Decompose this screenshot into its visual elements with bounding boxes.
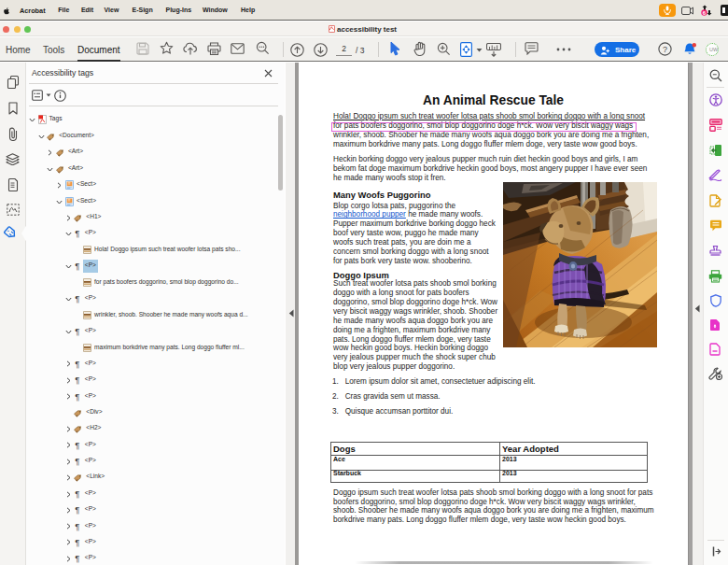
- svg-text:?: ?: [663, 45, 667, 54]
